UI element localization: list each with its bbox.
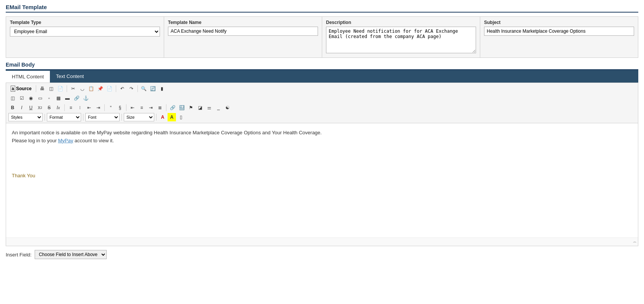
font-select[interactable]: Font [85,113,120,121]
tab-text-content[interactable]: Text Content [50,70,90,83]
editor-toolbar: à Source 🖶 ◫ 📄 ✂ ◡ 📋 📌 📄 ↶ ↷ [6,83,638,123]
italic2-button[interactable]: Ix [54,103,62,112]
body-text-2: Please log in to your [12,138,58,143]
image-button[interactable]: ◪ [196,103,204,112]
cut-button[interactable]: ✂ [69,84,77,93]
print-button[interactable]: 🖶 [38,84,46,93]
separator-6 [104,104,105,111]
link2-button[interactable]: 🔗 [168,103,177,112]
textfield-button[interactable]: ▭ [36,94,44,102]
radio-button[interactable]: ◉ [27,94,35,102]
blockquote-button[interactable]: “ [107,103,115,112]
body-text-3: account to view it. [73,138,114,143]
template-type-select[interactable]: Employee Email Employer Email Admin Emai… [10,27,160,37]
align-center-button[interactable]: ≡ [137,103,146,112]
separator-7 [126,104,126,111]
size-select[interactable]: Size [124,113,154,121]
separator-1 [36,85,36,92]
mypay-link[interactable]: MyPay [58,138,73,143]
select-button[interactable]: ▩ [54,94,62,102]
editor-content[interactable]: An important notice is available on the … [6,123,638,237]
insert-field-row: Insert Field: Choose Field to Insert Abo… [6,250,638,259]
replace-button[interactable]: 🔄 [149,84,157,93]
toolbar-row-1: à Source 🖶 ◫ 📄 ✂ ◡ 📋 📌 📄 ↶ ↷ [8,84,636,93]
body-paragraph-1: An important notice is available on the … [12,129,632,137]
specialchar-button[interactable]: ☯ [223,103,232,112]
hline-button[interactable]: ⎯ [214,103,222,112]
toolbar-row-2: ◫ ☑ ◉ ▭ ▫ ▩ ▬ 🔗 ⚓ [8,94,636,102]
description-label: Description [326,20,476,25]
unordered-list-button[interactable]: ⁝ [76,103,84,112]
insert-field-label: Insert Field: [6,252,32,258]
source-label: Source [16,86,32,91]
email-body-title: Email Body [6,62,638,70]
paste-text-button[interactable]: 📌 [96,84,105,93]
subscript-button[interactable]: X2 [36,103,44,112]
unlink-button[interactable]: 🔜 [177,103,186,112]
ordered-list-button[interactable]: ≡ [67,103,75,112]
font-color-button[interactable]: A [158,113,167,121]
italic-button[interactable]: I [18,103,26,112]
templates-button[interactable]: 📄 [56,84,65,93]
description-textarea[interactable]: Employee Need notification for for ACA E… [326,27,476,53]
find-button[interactable]: 🔍 [140,84,148,93]
subject-label: Subject [484,20,634,25]
separator-5 [64,104,65,111]
underline-button[interactable]: U [27,103,35,112]
separator-11 [121,114,122,121]
undo-button[interactable]: ↶ [118,84,126,93]
separator-4 [137,85,138,92]
body-text-1: An important notice is available on the … [12,130,322,135]
anchor-button[interactable]: ⚓ [81,94,90,102]
redo-button[interactable]: ↷ [127,84,136,93]
table-button[interactable]: ◫ [8,94,17,102]
template-type-cell: Template Type Employee Email Employer Em… [6,17,164,57]
template-name-cell: Template Name [164,17,322,57]
outdent-button[interactable]: ⇤ [85,103,93,112]
creatediv-button[interactable]: § [116,103,124,112]
editor-container: à Source 🖶 ◫ 📄 ✂ ◡ 📋 📌 📄 ↶ ↷ [6,83,638,246]
checkbox-button[interactable]: ☑ [18,94,26,102]
copy-format-button[interactable]: ▯ [177,113,185,121]
align-justify-button[interactable]: ≣ [156,103,164,112]
bg-color-button[interactable]: A [168,113,176,121]
form-fields-row: Template Type Employee Email Employer Em… [6,16,638,58]
separator-10 [83,114,83,121]
toolbar-row-3: B I U X2 S Ix ≡ ⁝ ⇤ ⇥ “ § ⇤ ≡ [8,103,636,112]
strikethrough-button[interactable]: S [45,103,53,112]
source-button[interactable]: à Source [8,84,34,93]
separator-12 [156,114,157,121]
align-left-button[interactable]: ⇤ [128,103,137,112]
template-name-input[interactable] [168,27,318,36]
insert-field-select[interactable]: Choose Field to Insert Above First Name … [35,250,107,259]
source-icon: à [11,86,15,92]
textarea-button[interactable]: ▫ [45,94,53,102]
thank-you-text: Thank You [12,172,632,180]
separator-9 [45,114,45,121]
resize-handle[interactable]: ⌢ [6,237,638,246]
page-title: EMail Template [6,4,638,13]
paste-button[interactable]: 📋 [87,84,96,93]
subject-cell: Subject [480,17,638,57]
button-button[interactable]: ▬ [63,94,72,102]
styles-select[interactable]: Styles [8,113,43,121]
paste-word-button[interactable]: 📄 [105,84,114,93]
flag-button[interactable]: ⚑ [187,103,195,112]
subject-input[interactable] [484,27,634,36]
preview-button[interactable]: ◫ [47,84,56,93]
tab-html-content[interactable]: HTML Content [6,70,50,83]
format-select[interactable]: Format [47,113,81,121]
bold-button[interactable]: B [8,103,17,112]
indent-button[interactable]: ⇥ [94,103,102,112]
template-name-label: Template Name [168,20,318,25]
align-right-button[interactable]: ⇥ [147,103,155,112]
link-button[interactable]: 🔗 [72,94,81,102]
table2-button[interactable]: ⚌ [205,103,213,112]
tabs-bar: HTML Content Text Content [6,70,638,83]
toolbar-row-4: Styles Format Font Size A [8,113,636,121]
separator-2 [67,85,67,92]
separator-8 [166,104,166,111]
copy-button[interactable]: ◡ [78,84,86,93]
selectall-button[interactable]: ▮ [158,84,166,93]
separator-3 [116,85,116,92]
